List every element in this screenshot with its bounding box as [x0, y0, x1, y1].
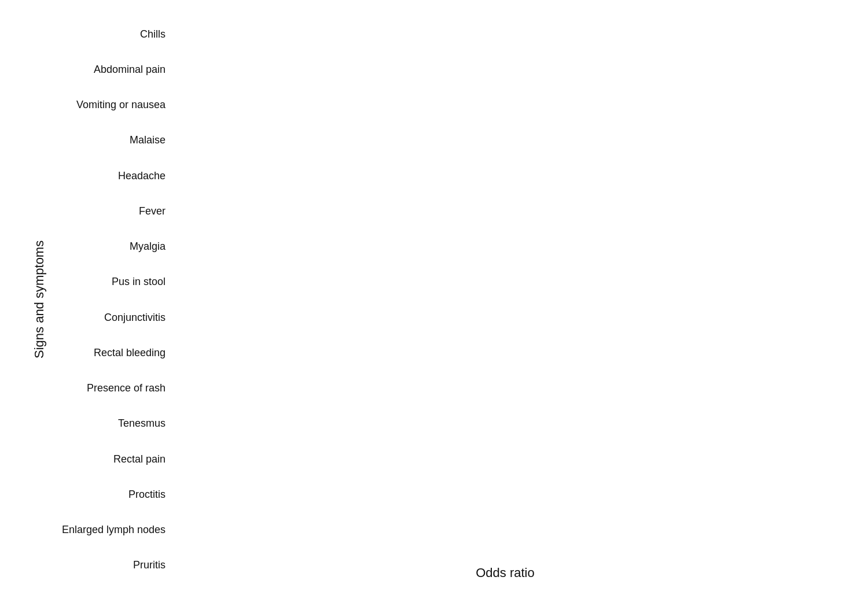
- y-label-item: Proctitis: [50, 489, 171, 500]
- svg-point-26: [421, 135, 428, 141]
- svg-point-50: [454, 323, 461, 330]
- y-label-item: Rectal pain: [50, 454, 171, 464]
- forest-plot: 0.11.010.0: [171, 16, 839, 560]
- svg-point-22: [365, 103, 372, 109]
- y-axis-label: Signs and symptoms: [29, 16, 50, 583]
- svg-text:10.0: 10.0: [779, 537, 800, 549]
- x-axis-label: Odds ratio: [171, 560, 839, 583]
- svg-point-58: [462, 386, 468, 393]
- chart-inner: ChillsAbdominal painVomiting or nauseaMa…: [50, 16, 839, 583]
- svg-point-34: [417, 198, 423, 204]
- y-label-item: Pruritis: [50, 560, 171, 570]
- y-label-item: Chills: [50, 29, 171, 39]
- svg-point-70: [477, 480, 484, 487]
- plot-and-xaxis: 0.11.010.0 Odds ratio: [171, 16, 839, 583]
- svg-rect-0: [177, 28, 822, 531]
- y-label-item: Presence of rash: [50, 383, 171, 393]
- svg-point-14: [345, 40, 351, 47]
- y-label-item: Abdominal pain: [50, 64, 171, 75]
- plot-svg-wrapper: 0.11.010.0: [171, 16, 839, 560]
- svg-point-74: [475, 512, 481, 518]
- svg-text:1.0: 1.0: [498, 537, 513, 549]
- y-label-item: Malaise: [50, 135, 171, 145]
- y-label-item: Vomiting or nausea: [50, 99, 171, 110]
- svg-point-30: [417, 166, 423, 172]
- y-label-item: Headache: [50, 171, 171, 181]
- svg-text:0.1: 0.1: [214, 537, 229, 549]
- y-label-item: Rectal bleeding: [50, 347, 171, 358]
- svg-point-54: [466, 354, 473, 361]
- y-label-item: Conjunctivitis: [50, 312, 171, 323]
- svg-point-66: [477, 449, 484, 456]
- y-label-item: Tenesmus: [50, 418, 171, 428]
- chart-container: Signs and symptoms ChillsAbdominal painV…: [29, 16, 839, 583]
- svg-point-42: [443, 260, 450, 267]
- y-label-item: Enlarged lymph nodes: [50, 524, 171, 535]
- y-label-item: Fever: [50, 206, 171, 216]
- y-label-item: Pus in stool: [50, 276, 171, 287]
- svg-point-62: [472, 417, 478, 424]
- svg-point-46: [439, 292, 446, 298]
- plot-area-wrapper: ChillsAbdominal painVomiting or nauseaMa…: [50, 16, 839, 583]
- y-label-item: Myalgia: [50, 241, 171, 252]
- y-labels: ChillsAbdominal painVomiting or nauseaMa…: [50, 16, 171, 583]
- svg-point-38: [406, 229, 413, 235]
- svg-point-18: [382, 72, 389, 78]
